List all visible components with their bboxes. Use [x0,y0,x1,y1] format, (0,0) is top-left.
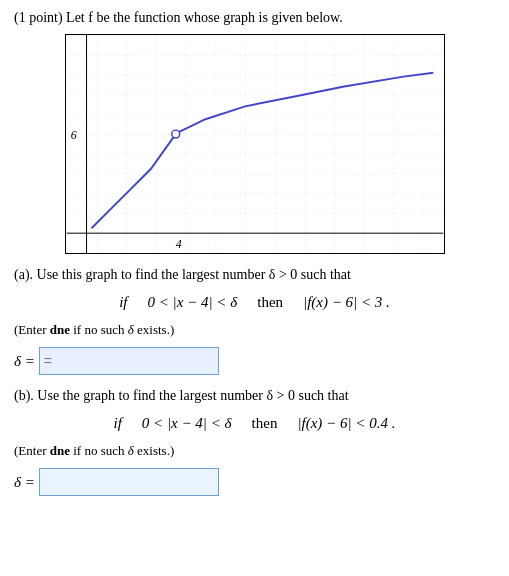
part-a-label: (a). Use this graph to find the largest … [14,264,495,285]
part-a-section: (a). Use this graph to find the largest … [14,264,495,375]
part-a-answer-input[interactable] [39,347,219,375]
part-b-ineq1: 0 < |x − 4| < δ [142,412,232,435]
part-b-answer-input[interactable] [39,468,219,496]
intro-text: (1 point) Let f be the function whose gr… [14,10,495,26]
part-b-ineq2: |f(x) − 6| < 0.4 . [297,412,395,435]
part-b-then: then [252,412,278,435]
part-b-condition: if 0 < |x − 4| < δ then |f(x) − 6| < 0.4… [14,412,495,435]
part-b-delta-label: δ = [14,471,35,494]
part-b-label: (b). Use the graph to find the largest n… [14,385,495,406]
part-a-dne: (Enter dne if no such δ exists.) [14,320,495,340]
part-a-condition: if 0 < |x − 4| < δ then |f(x) − 6| < 3 . [14,291,495,314]
part-a-delta-label: δ = [14,350,35,373]
graph-container: 4 6 [65,34,445,254]
part-a-then: then [257,291,283,314]
svg-rect-0 [66,35,443,253]
part-a-if: if [119,291,127,314]
svg-text:4: 4 [175,237,181,251]
part-b-if: if [114,412,122,435]
part-b-dne: (Enter dne if no such δ exists.) [14,441,495,461]
part-b-section: (b). Use the graph to find the largest n… [14,385,495,496]
part-a-ineq2: |f(x) − 6| < 3 . [303,291,390,314]
part-a-ineq1: 0 < |x − 4| < δ [147,291,237,314]
svg-text:6: 6 [70,128,76,142]
